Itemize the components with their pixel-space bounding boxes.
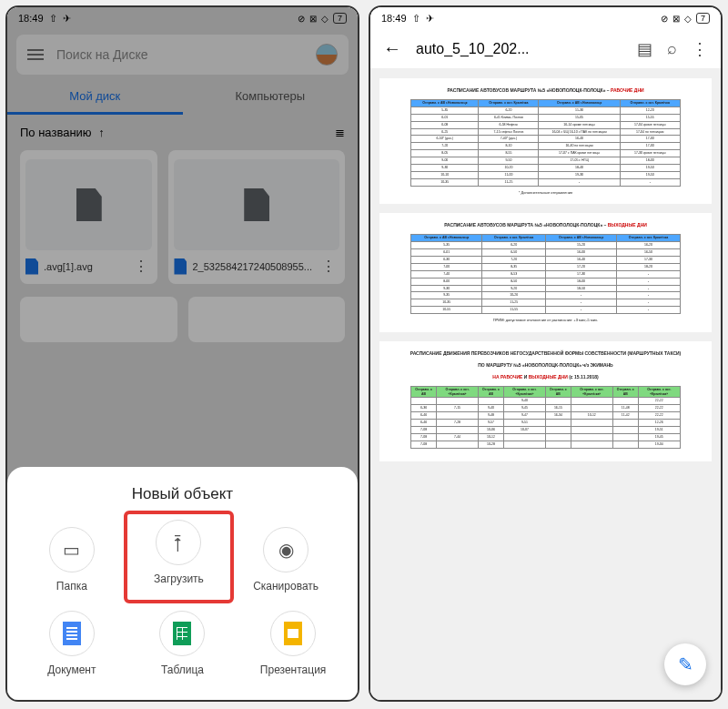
- status-time: 18:49: [381, 13, 407, 24]
- close-box-icon: ⊠: [309, 14, 317, 24]
- phone-drive: 18:49 ⇧ ✈ ⊘ ⊠ ◇ 7 Поиск на Диске Мой дис…: [5, 5, 359, 702]
- folder-icon: ▭: [49, 527, 95, 572]
- battery-icon: 7: [333, 13, 347, 24]
- dnd-icon: ⊘: [298, 14, 305, 24]
- search-in-doc-icon[interactable]: ⌕: [667, 39, 677, 58]
- close-box-icon: ⊠: [672, 14, 680, 24]
- file-name: 2_532584217240508955...: [192, 261, 312, 272]
- status-bar: 18:49 ⇧ ✈ ⊘ ⊠ ◇ 7: [370, 7, 721, 29]
- new-object-sheet: Новый объект ▭ Папка ⭱ Загрузить ◉ Скани…: [7, 467, 358, 700]
- telegram-icon: ✈: [426, 13, 434, 25]
- comment-icon[interactable]: ▤: [637, 39, 652, 59]
- doc-pages[interactable]: РАСПИСАНИЕ АВТОБУСОВ МАРШРУТА №5 «НОВОПО…: [370, 69, 721, 700]
- file-card[interactable]: .avg[1].avg ⋮: [20, 150, 157, 284]
- battery-icon: 7: [696, 13, 710, 24]
- doc-page-1: РАСПИСАНИЕ АВТОБУСОВ МАРШРУТА №5 «НОВОПО…: [379, 78, 712, 204]
- doc-page-3: РАСПИСАНИЕ ДВИЖЕНИЯ ПЕРЕВОЗЧИКОВ НЕГОСУД…: [379, 341, 712, 461]
- doc-filename: auto_5_10_202...: [416, 41, 622, 57]
- sheet-title: Новый объект: [16, 485, 349, 503]
- doc-page-2: РАСПИСАНИЕ АВТОБУСОВ МАРШРУТА №5 «НОВОПО…: [379, 213, 712, 331]
- docs-icon: [49, 611, 95, 656]
- search-placeholder: Поиск на Диске: [56, 47, 303, 62]
- drive-tabs: Мой диск Компьютеры: [7, 80, 358, 115]
- slides-icon: [270, 611, 316, 656]
- more-icon[interactable]: ⋮: [692, 39, 708, 59]
- upload-indicator-icon: ⇧: [412, 13, 420, 25]
- sheet-upload-button[interactable]: ⭱ Загрузить: [124, 511, 235, 603]
- camera-icon: ◉: [263, 527, 308, 572]
- wifi-icon: ◇: [321, 14, 329, 24]
- file-type-icon: [174, 258, 187, 275]
- tab-computers[interactable]: Компьютеры: [183, 80, 359, 115]
- dnd-icon: ⊘: [661, 14, 668, 24]
- sheets-icon: [159, 611, 205, 656]
- back-icon[interactable]: ←: [383, 38, 401, 59]
- menu-icon[interactable]: [27, 49, 44, 60]
- file-card-peek[interactable]: [188, 297, 346, 342]
- avatar[interactable]: [316, 44, 338, 66]
- sheet-slides-button[interactable]: Презентация: [238, 603, 349, 687]
- upload-indicator-icon: ⇧: [49, 13, 57, 25]
- view-toggle-icon[interactable]: ≣: [335, 126, 345, 139]
- sheet-scan-button[interactable]: ◉ Сканировать: [230, 520, 341, 603]
- edit-fab[interactable]: ✎: [664, 643, 706, 685]
- file-icon: [244, 188, 269, 221]
- wifi-icon: ◇: [684, 14, 692, 24]
- sort-button[interactable]: По названию ↑: [20, 126, 105, 139]
- telegram-icon: ✈: [63, 13, 71, 25]
- file-type-icon: [25, 258, 38, 275]
- file-more-icon[interactable]: ⋮: [318, 258, 339, 275]
- search-bar[interactable]: Поиск на Диске: [16, 35, 349, 75]
- file-card-peek[interactable]: [20, 297, 177, 342]
- file-name: .avg[1].avg: [44, 261, 125, 272]
- status-time: 18:49: [18, 13, 44, 24]
- tab-mydisk[interactable]: Мой диск: [7, 80, 183, 115]
- sort-arrow-icon: ↑: [98, 126, 105, 139]
- doc-toolbar: ← auto_5_10_202... ▤ ⌕ ⋮: [370, 29, 721, 69]
- sheet-folder-button[interactable]: ▭ Папка: [16, 520, 127, 603]
- sheet-sheet-button[interactable]: Таблица: [127, 603, 238, 687]
- sheet-doc-button[interactable]: Документ: [16, 603, 127, 687]
- status-bar: 18:49 ⇧ ✈ ⊘ ⊠ ◇ 7: [7, 7, 358, 29]
- file-icon: [76, 188, 102, 221]
- phone-viewer: 18:49 ⇧ ✈ ⊘ ⊠ ◇ 7 ← auto_5_10_202... ▤ ⌕…: [369, 5, 723, 702]
- file-more-icon[interactable]: ⋮: [130, 258, 152, 275]
- upload-icon: ⭱: [156, 520, 201, 565]
- file-card[interactable]: 2_532584217240508955... ⋮: [168, 150, 345, 284]
